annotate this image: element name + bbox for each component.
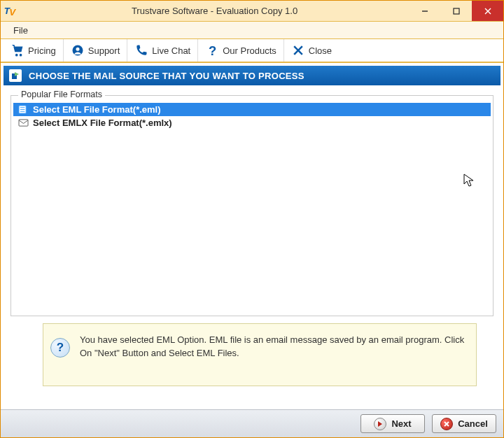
info-panel: ? You have selected EML Option. EML file… bbox=[43, 323, 477, 386]
minimize-button[interactable] bbox=[409, 1, 440, 21]
format-item-eml[interactable]: Select EML File Format(*.eml) bbox=[13, 103, 491, 116]
phone-icon bbox=[134, 43, 148, 57]
main-content: Popular File Formats Select EML File For… bbox=[1, 85, 503, 386]
app-logo: TV bbox=[1, 1, 20, 21]
step-icon bbox=[9, 69, 22, 82]
toolbar-label: Support bbox=[88, 45, 120, 56]
cancel-button[interactable]: Cancel bbox=[432, 414, 496, 433]
toolbar-label: Live Chat bbox=[152, 45, 190, 56]
svg-text:?: ? bbox=[209, 43, 216, 57]
close-window-button[interactable] bbox=[472, 1, 503, 21]
cancel-button-label: Cancel bbox=[458, 418, 488, 429]
svg-rect-16 bbox=[19, 120, 28, 126]
arrow-right-icon bbox=[374, 418, 386, 430]
info-text: You have selected EML Option. EML file i… bbox=[80, 332, 466, 360]
next-button-label: Next bbox=[391, 418, 411, 429]
file-icon bbox=[18, 105, 29, 115]
window-title: Trustvare Software - Evaluation Copy 1.0 bbox=[20, 1, 409, 21]
footer-bar: Next Cancel bbox=[1, 409, 503, 437]
format-label: Select EMLX File Format(*.emlx) bbox=[33, 118, 172, 128]
title-bar: TV Trustvare Software - Evaluation Copy … bbox=[1, 1, 503, 22]
toolbar-pricing[interactable]: Pricing bbox=[4, 39, 64, 62]
toolbar-our-products[interactable]: ? Our Products bbox=[198, 39, 284, 62]
svg-text:V: V bbox=[9, 6, 16, 17]
toolbar-label: Pricing bbox=[28, 45, 56, 56]
window-controls bbox=[409, 1, 503, 21]
toolbar-label: Close bbox=[309, 45, 332, 56]
toolbar-live-chat[interactable]: Live Chat bbox=[127, 39, 198, 62]
svg-rect-3 bbox=[454, 8, 459, 14]
menu-bar: File bbox=[1, 22, 503, 39]
format-item-emlx[interactable]: Select EMLX File Format(*.emlx) bbox=[13, 116, 491, 129]
next-button[interactable]: Next bbox=[360, 414, 425, 433]
menu-file[interactable]: File bbox=[6, 24, 35, 37]
svg-point-7 bbox=[76, 48, 79, 51]
maximize-button[interactable] bbox=[440, 1, 472, 21]
envelope-icon bbox=[18, 118, 29, 128]
question-icon: ? bbox=[205, 43, 219, 57]
format-label: Select EML File Format(*.eml) bbox=[33, 104, 161, 115]
close-icon bbox=[291, 43, 305, 57]
toolbar-support[interactable]: Support bbox=[64, 39, 128, 62]
toolbar: Pricing Support Live Chat ? Our Products… bbox=[1, 39, 503, 63]
step-header: CHOOSE THE MAIL SOURCE THAT YOU WANT TO … bbox=[4, 66, 500, 85]
group-legend: Popular File Formats bbox=[18, 90, 105, 99]
format-list: Select EML File Format(*.eml) Select EML… bbox=[13, 103, 491, 129]
headset-icon bbox=[71, 43, 85, 57]
toolbar-label: Our Products bbox=[223, 45, 276, 56]
help-icon: ? bbox=[50, 338, 70, 358]
cancel-icon bbox=[440, 418, 453, 430]
popular-formats-group: Popular File Formats Select EML File For… bbox=[10, 95, 493, 316]
step-heading-text: CHOOSE THE MAIL SOURCE THAT YOU WANT TO … bbox=[29, 71, 304, 81]
cart-icon bbox=[10, 43, 24, 57]
toolbar-close[interactable]: Close bbox=[284, 39, 339, 62]
